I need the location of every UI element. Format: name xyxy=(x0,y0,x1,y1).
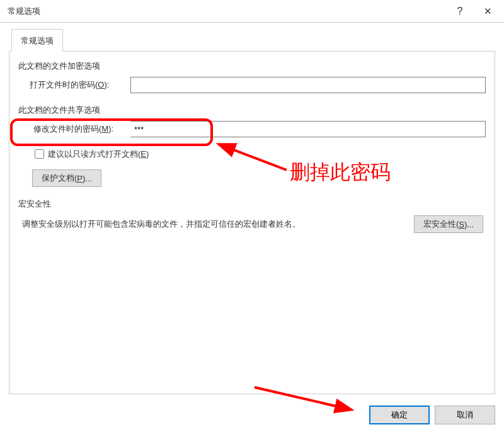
close-button[interactable]: ✕ xyxy=(474,1,501,21)
tabstrip: 常规选项 xyxy=(9,29,495,52)
window-title: 常规选项 xyxy=(8,6,40,17)
macro-security-button[interactable]: 宏安全性(S)... xyxy=(414,215,483,233)
titlebar: 常规选项 ? ✕ xyxy=(0,0,504,23)
modify-password-row: 修改文件时的密码(M): xyxy=(30,121,486,137)
annotation-text-delete-password: 删掉此密码 xyxy=(290,159,391,186)
open-password-input[interactable] xyxy=(130,77,486,93)
dialog-footer: 确定 取消 xyxy=(369,406,495,424)
open-password-row: 打开文件时的密码(O): xyxy=(30,77,486,93)
protect-document-button[interactable]: 保护文档(P)... xyxy=(32,169,101,187)
modify-password-label: 修改文件时的密码(M): xyxy=(30,123,130,135)
readonly-checkbox[interactable] xyxy=(35,149,44,159)
section-macro-title: 宏安全性 xyxy=(18,198,486,210)
readonly-label: 建议以只读方式打开文档(E) xyxy=(48,149,149,160)
modify-password-input[interactable] xyxy=(130,121,486,137)
tab-general-options[interactable]: 常规选项 xyxy=(11,29,63,52)
macro-description: 调整安全级别以打开可能包含宏病毒的文件，并指定可信任的宏创建者姓名。 xyxy=(22,219,301,230)
titlebar-controls: ? ✕ xyxy=(446,1,501,21)
content-panel: 此文档的文件加密选项 打开文件时的密码(O): 此文档的文件共享选项 修改文件时… xyxy=(9,52,495,394)
section-encryption-title: 此文档的文件加密选项 xyxy=(18,60,486,72)
readonly-checkbox-row: 建议以只读方式打开文档(E) xyxy=(32,147,486,161)
help-button[interactable]: ? xyxy=(446,1,474,21)
open-password-label: 打开文件时的密码(O): xyxy=(30,79,130,91)
macro-row: 调整安全级别以打开可能包含宏病毒的文件，并指定可信任的宏创建者姓名。 宏安全性(… xyxy=(18,215,486,234)
section-sharing-title: 此文档的文件共享选项 xyxy=(18,105,486,116)
ok-button[interactable]: 确定 xyxy=(369,406,430,424)
cancel-button[interactable]: 取消 xyxy=(435,406,495,424)
